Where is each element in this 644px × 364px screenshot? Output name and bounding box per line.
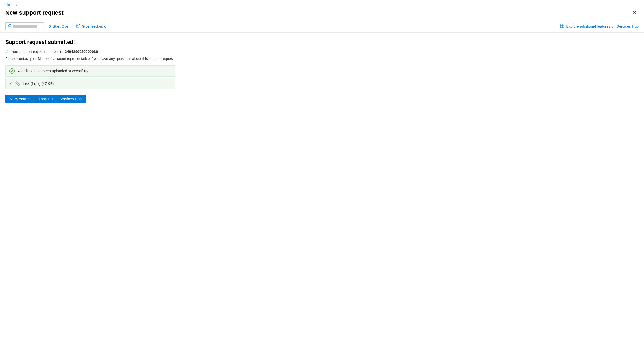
toolbar: ⌄ ↺ Start Over Give feedback	[0, 20, 644, 33]
svg-point-2	[78, 25, 78, 26]
attachment-icon: 📎	[15, 81, 20, 86]
main-content: Support request submitted! ✓ Your suppor…	[0, 33, 644, 110]
file-row: 📎 task (1).jpg (47 KB)	[5, 78, 175, 89]
feedback-icon	[76, 24, 80, 29]
home-link[interactable]: Home	[5, 3, 15, 7]
explore-label: Explore additional features on Services …	[566, 24, 639, 28]
give-feedback-label: Give feedback	[82, 24, 106, 28]
svg-rect-4	[560, 24, 562, 26]
view-request-button[interactable]: View your support request on Services Hu…	[5, 95, 86, 103]
svg-point-1	[77, 25, 78, 26]
svg-rect-6	[560, 26, 562, 28]
directory-selector-bar	[13, 25, 37, 28]
svg-rect-5	[562, 24, 564, 26]
svg-rect-7	[562, 26, 564, 28]
directory-icon	[8, 24, 12, 29]
success-heading: Support request submitted!	[5, 39, 639, 45]
more-options-button[interactable]: ···	[66, 10, 73, 16]
request-number-prefix: Your support request number is	[11, 49, 63, 54]
start-over-button[interactable]: ↺ Start Over	[45, 23, 72, 30]
explore-services-hub-link[interactable]: Explore additional features on Services …	[560, 24, 639, 29]
upload-success-box: Your files have been uploaded successful…	[5, 65, 175, 77]
directory-selector[interactable]: ⌄	[5, 22, 44, 30]
upload-success-message: Your files have been uploaded successful…	[17, 69, 88, 73]
breadcrumb-chevron: ›	[16, 3, 17, 6]
chevron-down-icon: ⌄	[39, 25, 41, 28]
page-header: New support request ··· ✕	[0, 8, 644, 20]
toolbar-left: ⌄ ↺ Start Over Give feedback	[5, 22, 559, 30]
upload-success-icon	[9, 68, 15, 74]
svg-point-3	[78, 25, 79, 26]
request-number-row: ✓ Your support request number is 2404290…	[5, 49, 639, 54]
close-button[interactable]: ✕	[630, 9, 639, 17]
request-number: 2404290020000089	[65, 49, 98, 54]
breadcrumb: Home ›	[0, 0, 644, 8]
services-hub-icon	[560, 24, 564, 29]
page-title: New support request	[5, 9, 64, 16]
give-feedback-button[interactable]: Give feedback	[73, 22, 108, 30]
start-over-label: Start Over	[53, 24, 70, 28]
file-success-icon	[9, 81, 12, 86]
file-name: task (1).jpg (47 KB)	[23, 82, 54, 86]
refresh-icon: ↺	[48, 24, 51, 29]
contact-message: Please contact your Microsoft account re…	[5, 57, 639, 61]
checkmark-icon: ✓	[5, 49, 9, 54]
